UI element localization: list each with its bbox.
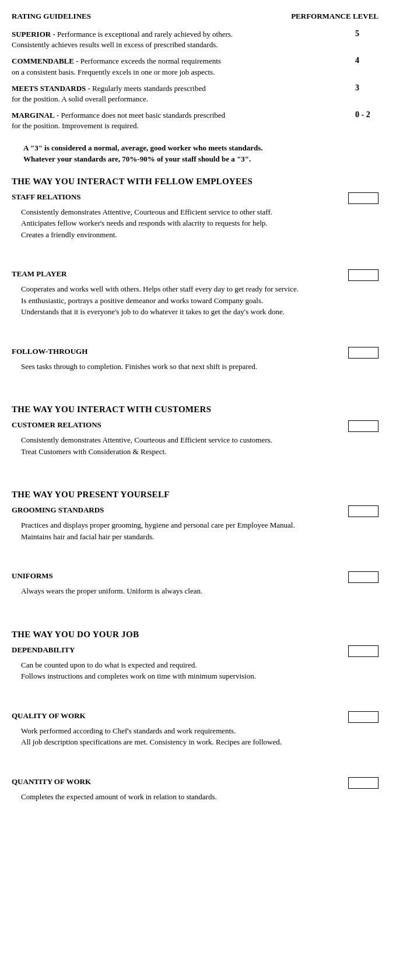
section-title: THE WAY YOU PRESENT YOURSELF: [12, 490, 379, 500]
category-description: Can be counted upon to do what is expect…: [12, 659, 379, 682]
rating-item: MARGINAL - Performance does not meet bas…: [12, 110, 379, 131]
category-header: CUSTOMER RELATIONS: [12, 420, 379, 432]
score-box[interactable]: [348, 192, 379, 204]
category-header: DEPENDABILITY: [12, 645, 379, 657]
sections-container: THE WAY YOU INTERACT WITH FELLOW EMPLOYE…: [12, 177, 379, 826]
category-title: DEPENDABILITY: [12, 645, 75, 655]
score-box[interactable]: [348, 269, 379, 281]
category-title: CUSTOMER RELATIONS: [12, 420, 101, 430]
rating-text: SUPERIOR - Performance is exceptional an…: [12, 29, 355, 50]
rating-item: SUPERIOR - Performance is exceptional an…: [12, 29, 379, 50]
score-box[interactable]: [348, 505, 379, 517]
category-title: FOLLOW-THROUGH: [12, 347, 87, 356]
rating-label: MARGINAL: [12, 111, 55, 120]
category-description: Sees tasks through to completion. Finish…: [12, 361, 379, 373]
category-staff-relations: STAFF RELATIONSConsistently demonstrates…: [12, 192, 379, 264]
note-box: A "3" is considered a normal, average, g…: [12, 140, 379, 167]
rating-text: MEETS STANDARDS - Regularly meets standa…: [12, 83, 355, 104]
section-title: THE WAY YOU DO YOUR JOB: [12, 630, 379, 640]
category-header: FOLLOW-THROUGH: [12, 347, 379, 359]
score-box[interactable]: [348, 347, 379, 359]
rating-level: 3: [355, 83, 379, 93]
category-description: Work performed according to Chef's stand…: [12, 725, 379, 748]
section: THE WAY YOU PRESENT YOURSELFGROOMING STA…: [12, 490, 379, 620]
section: THE WAY YOU INTERACT WITH CUSTOMERSCUSTO…: [12, 405, 379, 480]
rating-label: COMMENDABLE: [12, 57, 74, 65]
ratings-list: SUPERIOR - Performance is exceptional an…: [12, 29, 379, 132]
category-header: STAFF RELATIONS: [12, 192, 379, 204]
rating-text: COMMENDABLE - Performance exceeds the no…: [12, 56, 355, 77]
score-box[interactable]: [348, 420, 379, 432]
section: THE WAY YOU INTERACT WITH FELLOW EMPLOYE…: [12, 177, 379, 396]
category-header: QUANTITY OF WORK: [12, 777, 379, 789]
score-box[interactable]: [348, 711, 379, 723]
category-description: Consistently demonstrates Attentive, Cou…: [12, 206, 379, 241]
category-title: QUALITY OF WORK: [12, 711, 86, 721]
note-line1: A "3" is considered a normal, average, g…: [12, 142, 379, 154]
rating-guidelines-title: RATING GUIDELINES: [12, 12, 91, 21]
rating-level: 4: [355, 56, 379, 65]
rating-label: MEETS STANDARDS: [12, 84, 86, 93]
score-box[interactable]: [348, 645, 379, 657]
category-header: UNIFORMS: [12, 571, 379, 583]
rating-level: 5: [355, 29, 379, 38]
rating-item: MEETS STANDARDS - Regularly meets standa…: [12, 83, 379, 104]
category-quality-of-work: QUALITY OF WORKWork performed according …: [12, 711, 379, 771]
category-title: STAFF RELATIONS: [12, 192, 81, 202]
category-follow-through: FOLLOW-THROUGHSees tasks through to comp…: [12, 347, 379, 396]
category-header: TEAM PLAYER: [12, 269, 379, 281]
note-line2: Whatever your standards are, 70%-90% of …: [12, 153, 379, 165]
category-description: Cooperates and works well with others. H…: [12, 283, 379, 318]
category-team-player: TEAM PLAYERCooperates and works well wit…: [12, 269, 379, 341]
category-title: QUANTITY OF WORK: [12, 777, 91, 786]
category-description: Always wears the proper uniform. Uniform…: [12, 585, 379, 597]
category-description: Practices and displays proper grooming, …: [12, 519, 379, 542]
category-grooming-standards: GROOMING STANDARDSPractices and displays…: [12, 505, 379, 565]
category-header: QUALITY OF WORK: [12, 711, 379, 723]
section-title: THE WAY YOU INTERACT WITH CUSTOMERS: [12, 405, 379, 415]
category-description: Consistently demonstrates Attentive, Cou…: [12, 434, 379, 457]
category-header: GROOMING STANDARDS: [12, 505, 379, 517]
score-box[interactable]: [348, 777, 379, 789]
category-dependability: DEPENDABILITYCan be counted upon to do w…: [12, 645, 379, 705]
category-title: UNIFORMS: [12, 571, 53, 581]
section: THE WAY YOU DO YOUR JOBDEPENDABILITYCan …: [12, 630, 379, 826]
category-title: GROOMING STANDARDS: [12, 505, 104, 515]
category-description: Completes the expected amount of work in…: [12, 791, 379, 803]
category-title: TEAM PLAYER: [12, 269, 67, 279]
category-uniforms: UNIFORMSAlways wears the proper uniform.…: [12, 571, 379, 620]
rating-item: COMMENDABLE - Performance exceeds the no…: [12, 56, 379, 77]
score-box[interactable]: [348, 571, 379, 583]
rating-text: MARGINAL - Performance does not meet bas…: [12, 110, 355, 131]
category-quantity-of-work: QUANTITY OF WORKCompletes the expected a…: [12, 777, 379, 826]
performance-level-title: PERFORMANCE LEVEL: [291, 12, 379, 21]
rating-label: SUPERIOR: [12, 30, 51, 38]
section-title: THE WAY YOU INTERACT WITH FELLOW EMPLOYE…: [12, 177, 379, 187]
category-customer-relations: CUSTOMER RELATIONSConsistently demonstra…: [12, 420, 379, 480]
rating-level: 0 - 2: [355, 110, 379, 120]
